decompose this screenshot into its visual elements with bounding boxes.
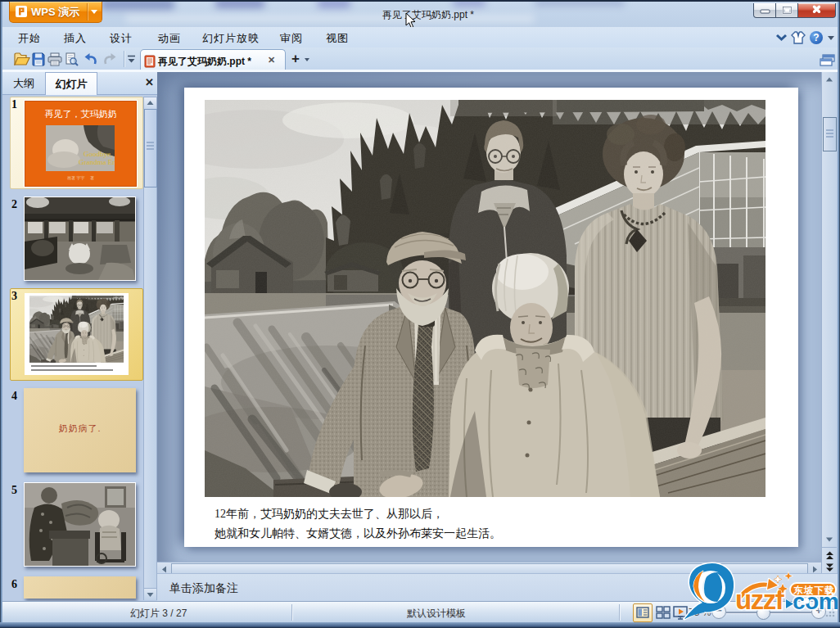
svg-text:Grandma Erza: Grandma Erza <box>79 158 115 166</box>
svg-text:东坡下载: 东坡下载 <box>793 585 835 595</box>
svg-text:Goodbye,: Goodbye, <box>84 150 112 158</box>
svg-text:uzzf: uzzf <box>735 585 785 615</box>
